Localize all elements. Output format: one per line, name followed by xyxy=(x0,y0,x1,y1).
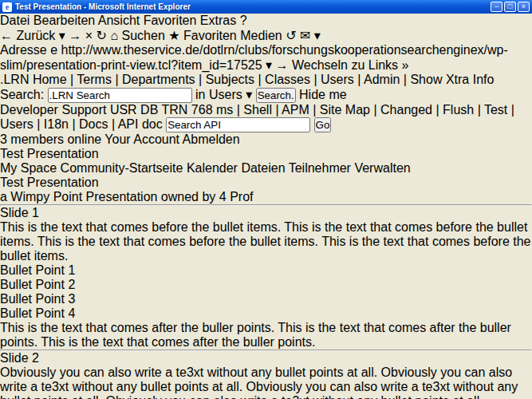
menu-help[interactable]: ? xyxy=(240,14,247,27)
menu-extras[interactable]: Extras xyxy=(200,14,236,27)
hide-me-link[interactable]: Hide me xyxy=(299,88,347,101)
dev-test[interactable]: Test xyxy=(484,103,507,117)
lrn-search-in-label: in xyxy=(195,88,205,101)
history-button[interactable]: ↺ xyxy=(286,29,296,42)
forward-icon: → xyxy=(69,29,81,42)
home-button[interactable]: ⌂ xyxy=(110,29,118,42)
separator: | xyxy=(313,73,317,86)
tab-verwalten[interactable]: Verwalten xyxy=(354,161,410,175)
forward-button[interactable]: → xyxy=(69,29,85,42)
dev-site-map[interactable]: Site Map xyxy=(320,103,370,117)
nav-terms[interactable]: Terms xyxy=(77,73,112,86)
timing-stat: 768 ms xyxy=(191,103,233,117)
logout-link[interactable]: Abmelden xyxy=(183,132,240,146)
favorites-button[interactable]: ★ Favoriten xyxy=(168,29,240,42)
separator: | xyxy=(357,73,361,86)
address-bar: Adresse e http://www.theservice.de/dotlr… xyxy=(0,43,532,73)
lrn-logo[interactable]: .LRN xyxy=(0,73,29,86)
media-button[interactable]: Medien xyxy=(240,29,286,42)
menu-bearbeiten[interactable]: Bearbeiten xyxy=(33,14,95,27)
tab-my-space[interactable]: My Space xyxy=(0,161,57,175)
nav-home[interactable]: Home xyxy=(33,73,67,86)
links-menu[interactable]: Links » xyxy=(368,58,409,72)
developer-bar: Developer Support USR DB TRN 768 ms | Sh… xyxy=(0,103,532,132)
separator: | xyxy=(404,73,407,86)
tab-dateien[interactable]: Dateien xyxy=(241,161,285,175)
dev-shell[interactable]: Shell xyxy=(243,103,272,117)
search-button[interactable]: Suchen xyxy=(122,29,169,42)
browser-viewport: .LRN Home | Terms | Departments | Subjec… xyxy=(0,73,532,399)
search-label: Suchen xyxy=(122,29,165,42)
favorites-star-icon: ★ xyxy=(168,29,179,42)
dev-docs[interactable]: Docs xyxy=(79,117,108,131)
slide1-before-text: This is the text that comes before the b… xyxy=(0,220,532,263)
lrn-search-input[interactable] xyxy=(48,88,192,103)
nav-show-xtra-info[interactable]: Show Xtra Info xyxy=(410,73,494,86)
nav-admin[interactable]: Admin xyxy=(364,73,400,86)
lrn-search-submit[interactable]: Search. xyxy=(256,88,296,103)
go-button[interactable]: → Wechseln zu xyxy=(276,58,368,72)
scope-value: Users xyxy=(209,88,242,101)
nav-departments[interactable]: Departments xyxy=(122,73,195,86)
menu-ansicht[interactable]: Ansicht xyxy=(98,14,140,27)
links-label: Links xyxy=(368,58,398,72)
bullet-item: Bullet Point 4 xyxy=(0,306,532,321)
slide1-title: Slide 1 xyxy=(0,206,532,220)
address-field[interactable]: e http://www.theservice.de/dotlrn/clubs/… xyxy=(0,43,508,72)
refresh-button[interactable]: ↻ xyxy=(97,29,107,42)
presentation-panel: Test Presentation a Wimpy Point Presenta… xyxy=(0,176,532,399)
window-title: Test Presentation - Microsoft Internet E… xyxy=(15,2,489,11)
back-dropdown-icon[interactable]: ▾ xyxy=(59,29,65,42)
bullet-item: Bullet Point 1 xyxy=(0,263,532,278)
dev-i18n[interactable]: I18n xyxy=(44,117,69,131)
separator: | xyxy=(70,73,73,86)
separator: | xyxy=(237,103,240,117)
dev-users[interactable]: Users xyxy=(0,117,33,131)
scope-dropdown-icon: ▾ xyxy=(246,88,252,101)
bullet-item: Bullet Point 3 xyxy=(0,292,532,306)
tab-teilnehmer[interactable]: Teilnehmer xyxy=(289,161,351,175)
community-tabs: My Space Community-Startseite Kalender D… xyxy=(0,161,532,176)
separator: | xyxy=(72,117,75,131)
page-content: .LRN Home | Terms | Departments | Subjec… xyxy=(0,73,532,399)
lrn-navbar: .LRN Home | Terms | Departments | Subjec… xyxy=(0,73,532,103)
owner-link[interactable]: 4 Prof xyxy=(219,190,254,203)
minimize-button[interactable]: – xyxy=(491,2,502,12)
nav-classes[interactable]: Classes xyxy=(265,73,310,86)
lrn-search-scope-select[interactable]: Users ▾ xyxy=(209,88,256,101)
your-account-link[interactable]: Your Account xyxy=(104,132,179,146)
maximize-button[interactable]: □ xyxy=(504,2,516,12)
menu-favoriten[interactable]: Favoriten xyxy=(144,14,197,27)
address-label: Adresse xyxy=(0,43,47,57)
separator: | xyxy=(275,103,278,117)
nav-users[interactable]: Users xyxy=(321,73,354,86)
dev-flush[interactable]: Flush xyxy=(443,103,474,117)
slide2-title: Slide 2 xyxy=(0,351,532,365)
title-bar: e Test Presentation - Microsoft Internet… xyxy=(0,0,532,14)
links-chevron-icon: » xyxy=(402,58,409,72)
mail-dropdown-icon[interactable]: ▾ xyxy=(314,29,321,42)
go-arrow-icon: → xyxy=(276,58,289,72)
stop-button[interactable]: × xyxy=(85,29,93,42)
close-button[interactable]: × xyxy=(518,2,530,12)
api-go-button[interactable]: Go xyxy=(314,117,332,132)
go-label: Wechseln zu xyxy=(292,58,365,72)
dev-apm[interactable]: APM xyxy=(282,103,309,117)
menu-datei[interactable]: Datei xyxy=(0,14,30,27)
back-button[interactable]: ← Zurück ▾ xyxy=(0,29,69,42)
nav-subjects[interactable]: Subjects xyxy=(206,73,254,86)
back-icon: ← xyxy=(0,29,13,42)
mail-icon: ✉ xyxy=(300,29,310,42)
address-dropdown-icon[interactable]: ▾ xyxy=(266,58,272,72)
owner-line: a Wimpy Point Presentation owned by 4 Pr… xyxy=(0,190,532,204)
api-search-input[interactable] xyxy=(166,117,310,132)
mail-button[interactable]: ✉ ▾ xyxy=(300,29,321,42)
media-label: Medien xyxy=(240,29,282,42)
dev-api-doc[interactable]: API doc xyxy=(118,117,163,131)
slide1-after-text: This is the text that comes after the bu… xyxy=(0,321,532,350)
separator: | xyxy=(115,73,118,86)
tab-community-startseite[interactable]: Community-Startseite xyxy=(61,161,183,175)
tab-kalender[interactable]: Kalender xyxy=(187,161,238,175)
address-url[interactable]: http://www.theservice.de/dotlrn/clubs/fo… xyxy=(0,43,508,72)
dev-changed[interactable]: Changed xyxy=(380,103,432,117)
